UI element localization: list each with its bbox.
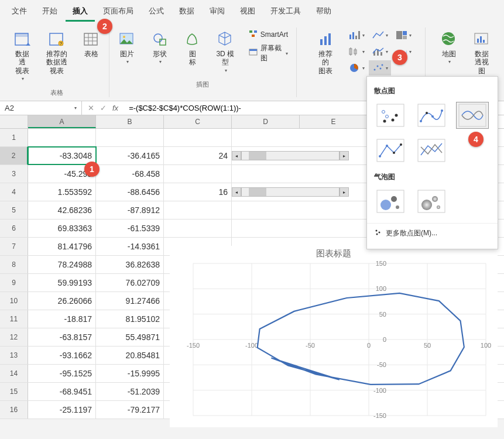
row-header-3[interactable]: 3 — [0, 165, 28, 183]
row-header-11[interactable]: 11 — [0, 310, 28, 328]
cell-B9[interactable]: 76.02709 — [96, 274, 164, 291]
cell-A11[interactable]: -18.817 — [28, 310, 96, 328]
hier-chart-button[interactable]: ▾ — [392, 28, 414, 43]
cell-B13[interactable]: 20.85481 — [96, 347, 164, 364]
line-chart-button[interactable]: ▾ — [369, 28, 391, 43]
col-header-B[interactable]: B — [96, 115, 164, 128]
cell-B5[interactable]: -87.8912 — [96, 201, 164, 219]
cell-A9[interactable]: 59.99193 — [28, 274, 96, 291]
row-header-1[interactable]: 1 — [0, 129, 28, 146]
cell-C2[interactable]: 24 — [164, 147, 232, 164]
row-header-8[interactable]: 8 — [0, 256, 28, 273]
row-header-15[interactable]: 15 — [0, 383, 28, 400]
cell-B11[interactable]: 81.95102 — [96, 310, 164, 328]
scatter-straight-markers[interactable] — [374, 137, 407, 164]
rec-pivot-button[interactable]: ? 推荐的 数据透视表 — [42, 28, 71, 84]
col-header-A[interactable]: A — [28, 115, 96, 128]
cancel-icon[interactable]: ✕ — [88, 104, 94, 112]
cell-A14[interactable]: -95.1525 — [28, 365, 96, 382]
row-header-14[interactable]: 14 — [0, 365, 28, 382]
col-header-E[interactable]: E — [300, 115, 368, 128]
row-header-6[interactable]: 6 — [0, 220, 28, 237]
col-chart-button[interactable]: ▾ — [345, 28, 368, 43]
row-header-16[interactable]: 16 — [0, 401, 28, 419]
cell-B15[interactable]: -51.2039 — [96, 383, 164, 400]
cell-C3[interactable] — [164, 165, 232, 183]
row-header-2[interactable]: 2 — [0, 147, 28, 164]
cell-C4[interactable]: 16 — [164, 183, 232, 201]
map-button[interactable]: 地图▾ — [436, 28, 462, 84]
tab-help[interactable]: 帮助 — [309, 2, 338, 22]
bubble-chart[interactable] — [374, 188, 407, 215]
rec-chart-button[interactable]: 推荐的 图表 — [313, 28, 338, 84]
cell-B7[interactable]: -14.9361 — [96, 238, 164, 255]
row-header-13[interactable]: 13 — [0, 347, 28, 364]
tab-review[interactable]: 审阅 — [203, 2, 232, 22]
icons-button[interactable]: 图 标 — [180, 28, 205, 76]
col-header-D[interactable]: D — [232, 115, 300, 128]
cell-A16[interactable]: -25.1197 — [28, 401, 96, 419]
cell-C5[interactable] — [164, 201, 232, 219]
tab-data[interactable]: 数据 — [172, 2, 201, 22]
cell-B6[interactable]: -61.5339 — [96, 220, 164, 237]
cell-B10[interactable]: 91.27466 — [96, 292, 164, 310]
model3d-button[interactable]: 3D 模 型▾ — [212, 28, 238, 76]
bubble-3d[interactable] — [415, 188, 448, 215]
combo-chart-button[interactable]: ▾ — [369, 44, 391, 59]
cell-A2[interactable]: -83.3048 — [28, 147, 96, 164]
cell-A6[interactable]: 69.83363 — [28, 220, 96, 237]
scrollbar-2[interactable]: ◂▸ — [232, 147, 349, 164]
more-scatter-link[interactable]: 更多散点图(M)... — [367, 223, 498, 243]
fx-icon[interactable]: fx — [112, 104, 118, 112]
cell-B3[interactable]: -68.458 — [96, 165, 164, 183]
screenshot-button[interactable]: 屏幕截图▾ — [245, 42, 292, 64]
cell-A5[interactable]: 42.68236 — [28, 201, 96, 219]
row-header-12[interactable]: 12 — [0, 328, 28, 346]
pivot-chart-button[interactable]: 数据透视图▾ — [469, 28, 495, 84]
cell-A12[interactable]: -63.8157 — [28, 328, 96, 346]
tab-file[interactable]: 文件 — [5, 2, 34, 22]
scrollbar-4[interactable]: ◂▸ — [232, 183, 349, 201]
scatter-straight[interactable] — [415, 137, 448, 164]
cell-A4[interactable]: 1.553592 — [28, 183, 96, 201]
pivot-table-button[interactable]: 数据透 视表▾ — [9, 28, 35, 84]
row-header-9[interactable]: 9 — [0, 274, 28, 291]
cell-B16[interactable]: -79.2177 — [96, 401, 164, 419]
smartart-button[interactable]: SmartArt — [245, 28, 292, 41]
embedded-chart[interactable]: 图表标题-150-100-50050100-150-100-5005010015… — [170, 246, 498, 427]
shapes-button[interactable]: 形状▾ — [147, 28, 173, 76]
row-header-10[interactable]: 10 — [0, 292, 28, 310]
scatter-chart-button[interactable]: ▾ — [369, 60, 391, 76]
tab-developer[interactable]: 开发工具 — [263, 2, 308, 22]
name-box[interactable]: A2 ▾ — [0, 101, 82, 115]
cell-C1[interactable] — [164, 129, 232, 146]
cell-B12[interactable]: 55.49871 — [96, 328, 164, 346]
cell-A1[interactable] — [28, 129, 96, 146]
tab-view[interactable]: 视图 — [233, 2, 262, 22]
tab-formulas[interactable]: 公式 — [142, 2, 171, 22]
row-header-7[interactable]: 7 — [0, 238, 28, 255]
cell-A13[interactable]: -93.1662 — [28, 347, 96, 364]
scatter-markers[interactable] — [374, 102, 407, 129]
row-header-5[interactable]: 5 — [0, 201, 28, 219]
col-header-C[interactable]: C — [164, 115, 232, 128]
cell-B8[interactable]: 36.82638 — [96, 256, 164, 273]
tab-insert[interactable]: 插入 — [66, 2, 95, 22]
picture-button[interactable]: 图片▾ — [114, 28, 140, 76]
cell-B2[interactable]: -36.4165 — [96, 147, 164, 164]
cell-A8[interactable]: 78.24988 — [28, 256, 96, 273]
table-button[interactable]: 表格 — [78, 28, 104, 84]
accept-icon[interactable]: ✓ — [100, 104, 107, 112]
select-all-corner[interactable] — [0, 115, 28, 128]
cell-A10[interactable]: 26.26066 — [28, 292, 96, 310]
cell-A7[interactable]: 81.41796 — [28, 238, 96, 255]
tab-home[interactable]: 开始 — [35, 2, 64, 22]
stat-chart-button[interactable]: ▾ — [345, 44, 368, 59]
cell-B4[interactable]: -88.6456 — [96, 183, 164, 201]
scatter-smooth-markers[interactable] — [415, 102, 448, 129]
cell-A15[interactable]: -68.9451 — [28, 383, 96, 400]
cell-B14[interactable]: -15.9995 — [96, 365, 164, 382]
row-header-4[interactable]: 4 — [0, 183, 28, 201]
cell-C6[interactable] — [164, 220, 232, 237]
pie-chart-button[interactable]: ▾ — [345, 60, 368, 76]
